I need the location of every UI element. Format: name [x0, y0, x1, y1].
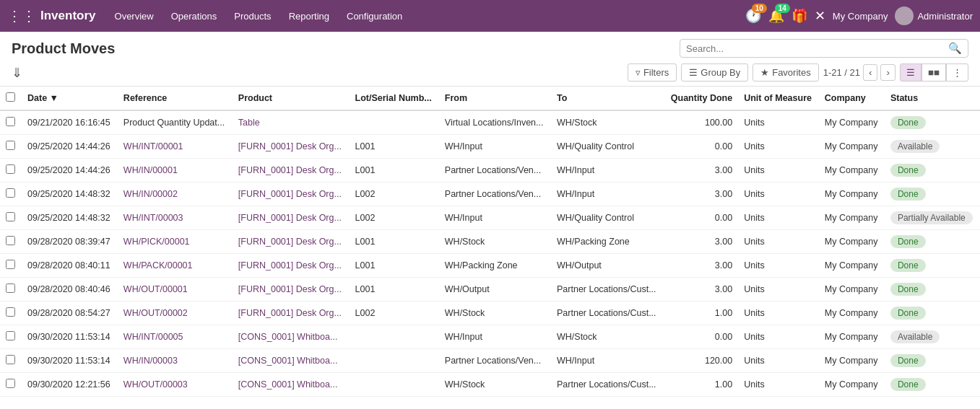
cell-uom-2: Units — [738, 159, 819, 182]
table-row: 09/28/2020 08:40:46 WH/OUT/00001 [FURN_0… — [0, 278, 980, 302]
cell-company-6: My Company — [819, 254, 885, 278]
header-checkbox[interactable] — [6, 92, 15, 102]
cell-reference-1[interactable]: WH/INT/00001 — [118, 135, 233, 159]
row-checkbox-4[interactable] — [0, 206, 22, 230]
grid-view-button[interactable]: ⋮ — [946, 63, 968, 82]
search-icon: 🔍 — [948, 42, 962, 55]
activity-icon[interactable]: 🕐 10 — [745, 8, 761, 24]
cell-status-2: Done — [885, 159, 980, 182]
row-checkbox-0[interactable] — [0, 110, 22, 135]
row-checkbox-2[interactable] — [0, 159, 22, 182]
cell-product-1[interactable]: [FURN_0001] Desk Org... — [233, 135, 350, 159]
status-badge-7: Done — [890, 283, 926, 296]
close-icon[interactable]: ✕ — [815, 8, 825, 24]
user-menu[interactable]: Administrator — [895, 6, 973, 25]
status-badge-5: Done — [890, 235, 926, 248]
groupby-button[interactable]: ☰ Group By — [681, 63, 748, 82]
cell-status-6: Done — [885, 254, 980, 278]
cell-date-11: 09/30/2020 12:21:56 — [22, 373, 118, 397]
row-checkbox-8[interactable] — [0, 302, 22, 325]
cell-to-9: WH/Stock — [551, 325, 664, 349]
cell-lot-1: L001 — [350, 135, 439, 159]
next-page-button[interactable]: › — [880, 64, 895, 81]
select-all-checkbox[interactable] — [0, 87, 22, 110]
row-checkbox-3[interactable] — [0, 182, 22, 206]
cell-qty-8: 1.00 — [664, 302, 738, 325]
row-checkbox-5[interactable] — [0, 230, 22, 254]
nav-products[interactable]: Products — [227, 8, 278, 25]
cell-reference-7[interactable]: WH/OUT/00001 — [118, 278, 233, 302]
kanban-view-button[interactable]: ■■ — [922, 63, 946, 82]
cell-product-10[interactable]: [CONS_0001] Whitboa... — [233, 349, 350, 373]
cell-product-5[interactable]: [FURN_0001] Desk Org... — [233, 230, 350, 254]
cell-to-6: WH/Output — [551, 254, 664, 278]
nav-overview[interactable]: Overview — [108, 8, 161, 25]
cell-product-0[interactable]: Table — [233, 110, 350, 135]
table-container: Date ▼ Reference Product Lot/Serial Numb… — [0, 87, 980, 397]
prev-page-button[interactable]: ‹ — [863, 64, 877, 81]
status-badge-8: Done — [890, 307, 926, 320]
grid-menu-icon[interactable]: ⋮⋮ — [7, 7, 36, 25]
cell-date-3: 09/25/2020 14:48:32 — [22, 182, 118, 206]
cell-lot-10 — [350, 349, 439, 373]
cell-reference-0[interactable]: Product Quantity Updat... — [118, 110, 233, 135]
cell-reference-5[interactable]: WH/PICK/00001 — [118, 230, 233, 254]
cell-reference-6[interactable]: WH/PACK/00001 — [118, 254, 233, 278]
row-checkbox-9[interactable] — [0, 325, 22, 349]
cell-qty-1: 0.00 — [664, 135, 738, 159]
cell-product-3[interactable]: [FURN_0001] Desk Org... — [233, 182, 350, 206]
table-body: 09/21/2020 16:16:45 Product Quantity Upd… — [0, 110, 980, 397]
list-view-button[interactable]: ☰ — [900, 63, 922, 82]
app-brand: Inventory — [40, 9, 96, 23]
cell-product-11[interactable]: [CONS_0001] Whitboa... — [233, 373, 350, 397]
cell-product-7[interactable]: [FURN_0001] Desk Org... — [233, 278, 350, 302]
cell-to-3: WH/Input — [551, 182, 664, 206]
cell-to-0: WH/Stock — [551, 110, 664, 135]
table-row: 09/25/2020 14:44:26 WH/INT/00001 [FURN_0… — [0, 135, 980, 159]
row-checkbox-6[interactable] — [0, 254, 22, 278]
nav-reporting[interactable]: Reporting — [282, 8, 337, 25]
nav-operations[interactable]: Operations — [164, 8, 225, 25]
cell-product-2[interactable]: [FURN_0001] Desk Org... — [233, 159, 350, 182]
cell-reference-8[interactable]: WH/OUT/00002 — [118, 302, 233, 325]
cell-product-4[interactable]: [FURN_0001] Desk Org... — [233, 206, 350, 230]
cell-company-11: My Company — [819, 373, 885, 397]
cell-product-6[interactable]: [FURN_0001] Desk Org... — [233, 254, 350, 278]
cell-status-8: Done — [885, 302, 980, 325]
cell-reference-2[interactable]: WH/IN/00001 — [118, 159, 233, 182]
download-icon[interactable]: ⇓ — [12, 65, 22, 81]
favorites-button[interactable]: ★ Favorites — [753, 63, 818, 82]
cell-reference-11[interactable]: WH/OUT/00003 — [118, 373, 233, 397]
cell-to-1: WH/Quality Control — [551, 135, 664, 159]
cell-from-10: Partner Locations/Ven... — [439, 349, 551, 373]
row-checkbox-11[interactable] — [0, 373, 22, 397]
cell-product-8[interactable]: [FURN_0001] Desk Org... — [233, 302, 350, 325]
row-checkbox-1[interactable] — [0, 135, 22, 159]
messages-icon[interactable]: 🔔 14 — [768, 8, 784, 24]
messages-badge: 14 — [775, 4, 790, 13]
cell-reference-10[interactable]: WH/IN/00003 — [118, 349, 233, 373]
cell-reference-4[interactable]: WH/INT/00003 — [118, 206, 233, 230]
user-avatar — [895, 6, 914, 25]
gift-icon[interactable]: 🎁 — [792, 8, 807, 24]
cell-date-1: 09/25/2020 14:44:26 — [22, 135, 118, 159]
cell-reference-9[interactable]: WH/INT/00005 — [118, 325, 233, 349]
cell-qty-7: 3.00 — [664, 278, 738, 302]
row-checkbox-10[interactable] — [0, 349, 22, 373]
search-bar[interactable]: 🔍 — [680, 39, 968, 58]
filters-button[interactable]: ▿ Filters — [628, 63, 677, 82]
cell-to-2: WH/Input — [551, 159, 664, 182]
cell-qty-11: 1.00 — [664, 373, 738, 397]
cell-from-8: WH/Stock — [439, 302, 551, 325]
col-date[interactable]: Date ▼ — [22, 87, 118, 110]
table-row: 09/25/2020 14:48:32 WH/IN/00002 [FURN_00… — [0, 182, 980, 206]
cell-from-6: WH/Packing Zone — [439, 254, 551, 278]
cell-reference-3[interactable]: WH/IN/00002 — [118, 182, 233, 206]
search-input[interactable] — [686, 43, 948, 54]
row-checkbox-7[interactable] — [0, 278, 22, 302]
company-name[interactable]: My Company — [833, 11, 888, 22]
cell-date-6: 09/28/2020 08:40:11 — [22, 254, 118, 278]
cell-product-9[interactable]: [CONS_0001] Whitboa... — [233, 325, 350, 349]
nav-configuration[interactable]: Configuration — [339, 8, 409, 25]
cell-lot-7: L001 — [350, 278, 439, 302]
